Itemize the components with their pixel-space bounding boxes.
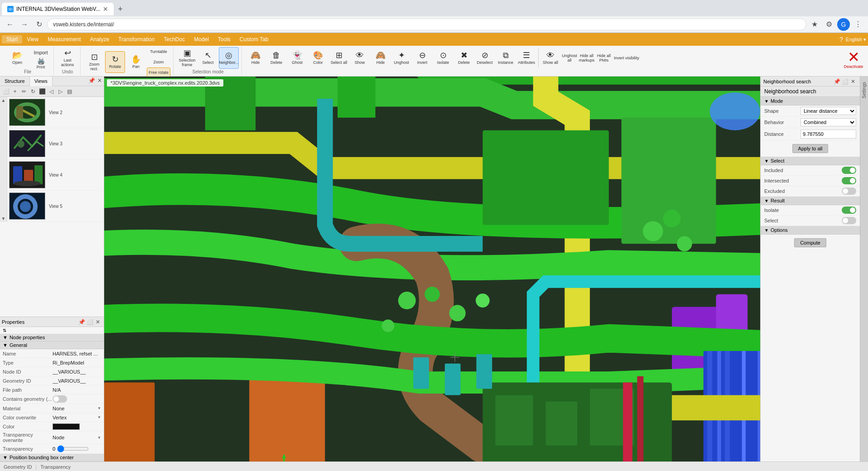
help-button[interactable]: ? xyxy=(839,36,843,43)
ns-included-toggle[interactable] xyxy=(842,167,856,174)
ns-shape-select[interactable]: Linear distance xyxy=(800,107,856,115)
ns-apply-to-all-button[interactable]: Apply to all xyxy=(792,144,829,153)
general-section[interactable]: ▼ General xyxy=(0,341,104,349)
delete2-button[interactable]: ✖ Delete xyxy=(454,47,474,69)
ns-select-toggle[interactable] xyxy=(842,217,856,224)
menu-techdoc[interactable]: TechDoc xyxy=(159,35,189,43)
profile-button[interactable]: G xyxy=(837,18,850,31)
unghost-button[interactable]: ✦ Unghost xyxy=(391,47,411,69)
deactivate-button[interactable]: ✕ Deactivate xyxy=(841,47,866,72)
attributes-button[interactable]: ☰ Attributes xyxy=(516,47,536,69)
show-button[interactable]: 👁 Show xyxy=(350,47,370,69)
menu-button[interactable]: ⋮ xyxy=(852,18,864,31)
hide-all-pmis-button[interactable]: Hide all PMIs xyxy=(596,47,612,69)
bookmark-button[interactable]: ★ xyxy=(808,18,821,31)
isolate-button[interactable]: ⊙ Isolate xyxy=(433,47,453,69)
scroll-up-arrow[interactable]: ▲ xyxy=(0,97,7,104)
tab-close-button[interactable]: ✕ xyxy=(103,5,108,13)
import-button[interactable]: Import xyxy=(31,48,51,58)
ns-close-button[interactable]: ✕ xyxy=(849,77,857,86)
ns-pin-button[interactable]: 📌 xyxy=(833,77,841,86)
menu-custom-tab[interactable]: Custom Tab xyxy=(235,35,273,43)
ns-behavior-select[interactable]: Combined xyxy=(800,118,856,126)
zoom-button[interactable]: Zoom xyxy=(147,57,170,67)
props-expand-button[interactable]: ⬜ xyxy=(86,318,94,326)
view-item-2[interactable]: View 2 xyxy=(7,97,104,128)
new-tab-button[interactable]: + xyxy=(114,3,126,15)
prop-color-overwrite-value[interactable]: Vertex ▼ xyxy=(53,415,101,420)
forward-button[interactable]: → xyxy=(18,18,31,31)
ns-compute-button[interactable]: Compute xyxy=(794,238,826,247)
menu-view[interactable]: View xyxy=(22,35,43,43)
active-tab[interactable]: 3D INTERNAL 3DViewStation WebV... ✕ xyxy=(2,3,114,15)
instance-button[interactable]: ⧉ Instance xyxy=(496,47,516,69)
hide-button[interactable]: 🙈 Hide xyxy=(246,47,265,69)
node-properties-section[interactable]: ▼ Node properties xyxy=(0,334,104,341)
color-button[interactable]: 🎨 Color xyxy=(308,47,328,69)
select-button[interactable]: ↖ Select xyxy=(198,47,218,69)
views-tool-2[interactable]: + xyxy=(11,87,19,96)
hide2-button[interactable]: 🙈 Hide xyxy=(371,47,391,69)
ns-expand-button[interactable]: ⬜ xyxy=(841,77,849,86)
panel-close-button[interactable]: ✕ xyxy=(96,77,104,85)
address-bar[interactable]: vsweb.kisters.de/internal/ xyxy=(47,19,806,30)
props-pin-button[interactable]: 📌 xyxy=(77,318,86,326)
menu-analyze[interactable]: Analyze xyxy=(86,35,114,43)
turntable-button[interactable]: Turntable xyxy=(147,47,170,57)
views-tool-7[interactable]: ▷ xyxy=(56,87,64,96)
tab-views[interactable]: Views xyxy=(30,77,53,86)
view-item-3[interactable]: View 3 xyxy=(7,128,104,159)
neighborhood-button[interactable]: ◎ Neighbor... xyxy=(219,47,239,69)
hide-all-markups-button[interactable]: Hide all markups xyxy=(579,47,595,69)
delete-button[interactable]: 🗑 Delete xyxy=(266,47,286,69)
free-rotate-button[interactable]: Free rotate xyxy=(147,67,170,77)
viewport[interactable]: *3DVS\engine_truck_complex.nx.edits.2020… xyxy=(104,77,760,461)
extension-button[interactable]: ⚙ xyxy=(823,18,835,31)
select-all-button[interactable]: ⊞ Select all xyxy=(329,47,349,69)
pan-button[interactable]: ✋ Pan xyxy=(126,51,146,73)
views-tool-3[interactable]: ✏ xyxy=(20,87,28,96)
open-button[interactable]: 📂 Open xyxy=(5,47,30,69)
view-item-4[interactable]: View 4 xyxy=(7,159,104,191)
views-tool-1[interactable]: ⬜ xyxy=(2,87,10,96)
last-actions-button[interactable]: ↩ Last actions xyxy=(58,47,77,69)
view-item-5[interactable]: View 5 xyxy=(7,191,104,222)
menu-start[interactable]: Start xyxy=(2,35,22,43)
invert-button[interactable]: ⊖ Invert xyxy=(412,47,432,69)
contains-geometry-toggle[interactable] xyxy=(53,395,67,403)
menu-model[interactable]: Model xyxy=(189,35,213,43)
props-close-button[interactable]: ✕ xyxy=(94,318,102,326)
unghost-all-button[interactable]: Unghost all xyxy=(561,47,578,69)
transparency-slider[interactable] xyxy=(57,445,89,452)
ghost-button[interactable]: 👻 Ghost xyxy=(287,47,307,69)
ns-distance-input[interactable] xyxy=(800,130,856,139)
scroll-down-arrow[interactable]: ▼ xyxy=(0,215,7,222)
sort-toggle[interactable]: ⇅ xyxy=(0,327,104,334)
ns-excluded-toggle[interactable] xyxy=(842,187,856,195)
prop-transparency-overwrite-value[interactable]: Node ▼ xyxy=(53,435,101,440)
views-tool-4[interactable]: ↻ xyxy=(29,87,37,96)
tab-structure[interactable]: Structure xyxy=(0,77,30,86)
ns-mode-header[interactable]: ▼ Mode xyxy=(761,97,860,106)
ns-options-header[interactable]: ▼ Options xyxy=(761,226,860,235)
menu-measurement[interactable]: Measurement xyxy=(43,35,85,43)
ns-isolate-toggle[interactable] xyxy=(842,207,856,214)
settings-label[interactable]: Settings xyxy=(862,82,867,98)
position-bounding-section[interactable]: ▼ Position bounding box center xyxy=(0,454,104,461)
ns-intersected-toggle[interactable] xyxy=(842,177,856,184)
prop-material-value[interactable]: None ▼ xyxy=(53,406,101,411)
views-tool-6[interactable]: ◁ xyxy=(47,87,55,96)
rotate-button[interactable]: ↻ Rotate xyxy=(105,51,125,73)
menu-tools[interactable]: Tools xyxy=(213,35,235,43)
zoom-rect-button[interactable]: ⊡ Zoom rect. xyxy=(84,51,104,73)
show-all-button[interactable]: 👁 Show all xyxy=(540,47,560,69)
panel-pin-button[interactable]: 📌 xyxy=(87,77,96,85)
back-button[interactable]: ← xyxy=(4,18,16,31)
views-tool-5[interactable]: ⬛ xyxy=(38,87,46,96)
deselect-button[interactable]: ⊘ Deselect xyxy=(475,47,495,69)
reload-button[interactable]: ↻ xyxy=(33,18,45,31)
language-selector[interactable]: English ▾ xyxy=(846,37,866,43)
invert-visibility-button[interactable]: Invert visibility xyxy=(613,47,640,69)
print-button[interactable]: 🖨️ Print xyxy=(31,58,51,68)
ns-result-header[interactable]: ▼ Result xyxy=(761,197,860,205)
